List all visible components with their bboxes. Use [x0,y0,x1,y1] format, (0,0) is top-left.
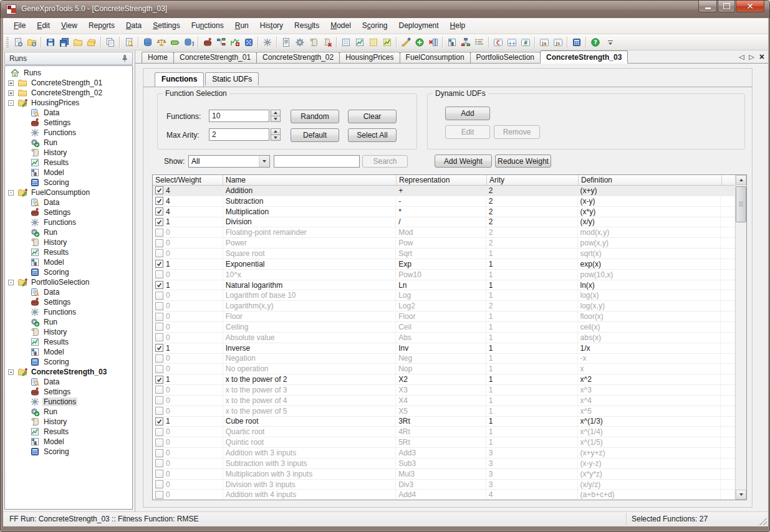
expand-icon[interactable]: + [8,90,14,96]
menu-model[interactable]: Model [325,18,357,34]
notes-button[interactable] [279,36,293,49]
copy-button[interactable] [103,36,117,49]
menu-run[interactable]: Run [229,18,254,34]
tree-item-results[interactable]: Results [5,337,132,347]
function-row-10-x[interactable]: 010^xPow101pow(10,x) [153,270,735,280]
function-row-x-to-the-power-of-4[interactable]: 0x to the power of 4X41x^4 [153,396,735,406]
tree-item-settings[interactable]: Settings [5,207,132,217]
function-row-logarithm-of-base-10[interactable]: 0Logarithm of base 10Log1log(x) [153,290,735,301]
function-row-square-root[interactable]: 0Square rootSqrt1sqrt(x) [153,249,735,259]
collapse-icon[interactable]: - [8,190,14,196]
code-cpp-button[interactable]: ++ [505,36,519,49]
format-brush-button[interactable] [399,36,413,49]
search-input[interactable] [274,155,360,168]
unchecked-checkbox[interactable] [155,354,163,363]
tab-portfolioselection[interactable]: PortfolioSelection [470,52,541,64]
column-header-definition[interactable]: Definition [579,175,722,185]
code-c-button[interactable]: C [491,36,505,49]
tree-item-results[interactable]: Results [5,247,132,257]
collapse-icon[interactable]: - [8,280,14,285]
unchecked-checkbox[interactable] [155,428,163,436]
tab-home[interactable]: Home [142,52,174,64]
function-row-logarithm-x-y-[interactable]: 0Logarithm(x,y)Log22log(x,y) [153,301,735,311]
data-button[interactable] [141,36,155,49]
edit-udf-button[interactable]: Edit [445,125,490,139]
column-header-arity[interactable]: Arity [487,175,579,185]
tree-item-scoring[interactable]: Scoring [5,447,132,457]
search-button[interactable]: Search [362,155,408,168]
tree-item-model[interactable]: Model [5,168,132,178]
clear-button[interactable]: Clear [348,110,397,123]
tree-item-concretestrength_03[interactable]: -ConcreteStrength_03 [5,367,132,377]
function-row-natural-logarithm[interactable]: 1Natural logarithmLn1ln(x) [153,280,735,291]
fitness-function-button[interactable] [155,36,168,49]
function-row-x-to-the-power-of-3[interactable]: 0x to the power of 3X31x^3 [153,385,735,396]
function-row-negation[interactable]: 0NegationNeg1-x [153,354,735,364]
select-all-button[interactable]: Select All [348,128,397,142]
tree-item-runs[interactable]: Runs [5,68,132,78]
genetic-operators-button[interactable] [228,36,242,49]
tree-item-fuelconsumption[interactable]: -FuelConsumption [5,188,132,197]
menu-deployment[interactable]: Deployment [393,18,445,34]
results-grid-button[interactable] [339,36,353,49]
function-row-addition-with-4-inputs[interactable]: 0Addition with 4 inputsAdd44(a+b+c+d) [153,490,735,500]
resize-grip[interactable] [759,518,767,525]
unchecked-checkbox[interactable] [155,270,163,278]
function-row-multiplication-with-3-inputs[interactable]: 0Multiplication with 3 inputsMul33(x*y*z… [153,469,735,480]
max-arity-spinner[interactable] [271,128,281,141]
tab-fuelconsumption[interactable]: FuelConsumption [400,52,471,64]
model-diagram-button[interactable] [459,36,473,49]
minimize-button[interactable] [698,1,717,12]
checked-checkbox[interactable] [155,417,163,425]
random-seed-button[interactable] [242,36,256,49]
menu-results[interactable]: Results [289,18,325,34]
default-button[interactable]: Default [291,128,339,142]
tree-item-concretestrength_02[interactable]: +ConcreteStrength_02 [5,88,132,98]
function-row-subtraction[interactable]: 4Subtraction-2(x-y) [153,196,735,207]
close-tab-button[interactable]: × [759,53,764,61]
data-help-button[interactable]: ? [182,36,196,49]
tab-concretestrength_01[interactable]: ConcreteStrength_01 [173,52,257,64]
tree-item-results[interactable]: Results [5,427,132,437]
toolbar-grip-icon[interactable] [6,37,9,47]
code-java-button[interactable]: Ja [537,36,551,49]
unchecked-checkbox[interactable] [155,386,163,394]
function-row-division[interactable]: 1Division/2(x/y) [153,217,735,228]
unchecked-checkbox[interactable] [155,249,163,257]
functions-count-input[interactable]: 10 [209,110,269,122]
unchecked-checkbox[interactable] [155,480,163,488]
toolbar-options-button[interactable] [604,36,617,49]
tree-item-data[interactable]: Data [5,197,132,207]
function-row-quintic-root[interactable]: 0Quintic root5Rt1x^(1/5) [153,437,735,448]
function-row-x-to-the-power-of-2[interactable]: 1x to the power of 2X21x^2 [153,374,735,385]
tree-item-functions[interactable]: Functions [5,217,132,227]
menu-view[interactable]: View [55,18,83,34]
unchecked-checkbox[interactable] [155,292,163,300]
tree-item-history[interactable]: History [5,417,132,427]
menu-data[interactable]: Data [120,18,147,34]
column-header-name[interactable]: Name [223,175,397,185]
clear-history-button[interactable] [320,36,334,49]
tree-item-data[interactable]: Data [5,377,132,387]
tab-concretestrength_02[interactable]: ConcreteStrength_02 [256,52,340,64]
checked-checkbox[interactable] [155,207,163,216]
menu-edit[interactable]: Edit [31,18,55,34]
add-udf-button[interactable]: Add [445,107,490,120]
random-button[interactable]: Random [291,110,339,123]
fitness-data-button[interactable] [367,36,380,49]
function-row-addition[interactable]: 4Addition+2(x+y) [153,186,735,196]
function-row-power[interactable]: 0PowerPow2pow(x,y) [153,238,735,249]
code-csharp-button[interactable]: # [519,36,532,49]
function-row-floor[interactable]: 0FloorFloor1floor(x) [153,311,735,322]
tree-item-results[interactable]: Results [5,158,132,168]
unchecked-checkbox[interactable] [155,239,163,247]
function-row-division-with-3-inputs[interactable]: 0Division with 3 inputsDiv33(x/y/z) [153,480,735,490]
delete-columns-button[interactable] [426,36,440,49]
tree-item-data[interactable]: Data [5,108,132,118]
show-filter-dropdown[interactable]: All [188,155,270,168]
reduce-weight-button[interactable]: Reduce Weight [495,154,551,168]
menu-scoring[interactable]: Scoring [357,18,393,34]
functions-count-spinner[interactable] [271,110,281,122]
prev-tab-button[interactable]: ◁ [739,52,744,61]
scrollbar-thumb[interactable] [736,186,746,222]
